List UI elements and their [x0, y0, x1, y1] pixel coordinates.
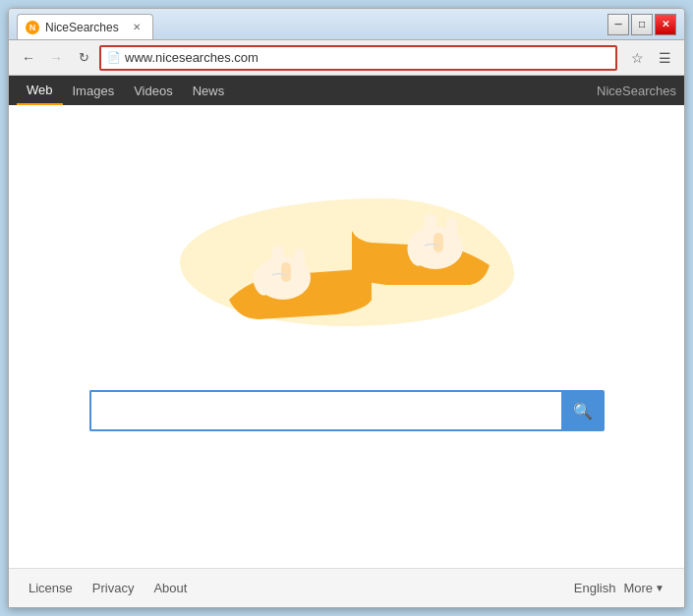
maximize-button[interactable]: □	[631, 14, 653, 35]
tab-title: NiceSearches	[45, 21, 119, 34]
footer-right: English More ▼	[574, 581, 664, 595]
tab-favicon: N	[26, 21, 39, 34]
tab-area: N NiceSearches ✕	[17, 9, 607, 39]
close-button[interactable]: ✕	[655, 14, 676, 35]
tab-videos[interactable]: Videos	[124, 76, 183, 105]
more-label: More	[623, 581, 653, 595]
svg-rect-2	[294, 249, 305, 280]
page-icon: 📄	[107, 51, 121, 64]
about-link[interactable]: About	[153, 581, 187, 595]
nav-right: ☆ ☰	[625, 46, 676, 70]
refresh-button[interactable]: ↻	[72, 46, 95, 70]
window-controls: ─ □ ✕	[607, 14, 676, 35]
forward-button[interactable]: →	[44, 46, 68, 70]
tab-web[interactable]: Web	[17, 76, 63, 105]
tab-images[interactable]: Images	[63, 76, 125, 105]
footer-links: License Privacy About	[29, 581, 187, 595]
svg-rect-8	[433, 233, 443, 252]
svg-rect-7	[446, 217, 457, 249]
license-link[interactable]: License	[29, 581, 73, 595]
back-button[interactable]: ←	[17, 46, 40, 70]
search-button[interactable]: 🔍	[561, 390, 605, 431]
tab-news[interactable]: News	[183, 76, 235, 105]
brand-label: NiceSearches	[597, 84, 676, 98]
tab-close-button[interactable]: ✕	[129, 20, 144, 35]
main-search-input[interactable]	[89, 390, 561, 431]
page-footer: License Privacy About English More ▼	[9, 568, 684, 607]
address-bar-container: 📄	[99, 45, 617, 71]
arm-illustration	[200, 182, 494, 343]
svg-rect-3	[281, 262, 291, 282]
minimize-button[interactable]: ─	[607, 14, 629, 35]
search-icon: 🔍	[573, 402, 593, 420]
menu-button[interactable]: ☰	[653, 46, 676, 70]
address-input[interactable]	[125, 50, 609, 65]
nav-bar: ← → ↻ 📄 ☆ ☰	[9, 40, 684, 76]
search-area: 🔍	[89, 390, 605, 431]
browser-tab[interactable]: N NiceSearches ✕	[17, 14, 153, 39]
page-content: 🔍	[9, 105, 684, 568]
logo-area	[160, 164, 534, 361]
more-button[interactable]: More ▼	[623, 581, 664, 595]
bookmark-button[interactable]: ☆	[625, 46, 649, 70]
dropdown-arrow-icon: ▼	[655, 583, 664, 593]
language-label: English	[574, 581, 616, 595]
privacy-link[interactable]: Privacy	[92, 581, 135, 595]
search-tabs-bar: Web Images Videos News NiceSearches	[9, 76, 684, 105]
title-bar: N NiceSearches ✕ ─ □ ✕	[9, 9, 684, 40]
browser-window: N NiceSearches ✕ ─ □ ✕ ← → ↻ 📄 ☆ ☰ Web I…	[8, 8, 685, 608]
